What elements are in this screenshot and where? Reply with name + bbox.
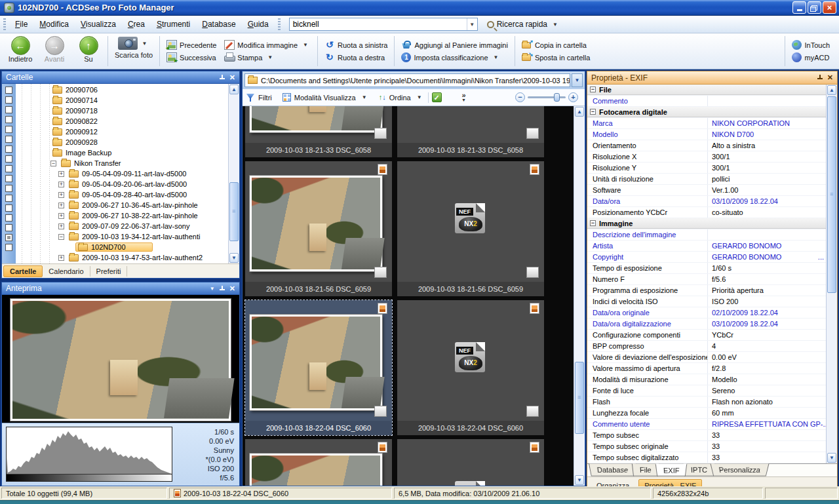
folder-check-column[interactable] — [2, 84, 16, 263]
folder-tree-item[interactable]: 20090706 — [2, 85, 229, 95]
exif-category-tab[interactable]: Personalizza — [711, 463, 770, 476]
menu-item[interactable]: Guida — [242, 18, 275, 31]
exif-row[interactable]: Risoluzione X Risoluzione X 300/1 — [587, 151, 827, 163]
folder-tree-item[interactable]: 20090714 — [2, 95, 229, 106]
thumbnail-tile[interactable]: NEF NX2 — [397, 439, 544, 486]
filters-button[interactable]: Filtri — [258, 94, 272, 102]
intouch-button[interactable]: InTouch — [792, 40, 830, 50]
exif-row[interactable]: Tempo subsec digitalizzato Tempo subsec … — [587, 452, 827, 463]
folder-checkbox[interactable] — [5, 126, 12, 133]
thumbnail-tile[interactable]: NEF NX2 2009-10-03 18-22-04 DSC_6060 — [245, 300, 392, 435]
folder-tree-item[interactable]: 20090718 — [2, 106, 229, 116]
exif-row[interactable]: Software Software Ver.1.00 — [587, 185, 827, 196]
preview-photo[interactable] — [10, 299, 231, 421]
exif-row[interactable]: Tempo di esposizione Tempo di esposizion… — [587, 263, 827, 274]
menu-item[interactable]: Visualizza — [75, 18, 122, 31]
pin-icon[interactable] — [219, 286, 225, 292]
sort-button[interactable]: Ordina — [389, 94, 411, 102]
pin-icon[interactable] — [817, 75, 823, 81]
search-dropdown-icon[interactable]: ▼ — [467, 18, 477, 30]
collapse-icon[interactable] — [590, 109, 596, 115]
scroll-thumb[interactable] — [575, 362, 584, 434]
scroll-down-icon[interactable]: ▼ — [575, 475, 584, 485]
acquire-photos-button[interactable]: ▼ Scarica foto — [111, 33, 157, 69]
scroll-up-icon[interactable]: ▲ — [229, 85, 239, 94]
menu-item[interactable]: Modifica — [33, 18, 75, 31]
myacd-button[interactable]: myACD — [792, 52, 830, 62]
up-button[interactable]: ↑ Su — [73, 36, 104, 63]
exif-row[interactable]: Modalità di misurazione Modalità di misu… — [587, 374, 827, 385]
folder-tree-item[interactable]: 2009-06-27 10-38-22-art-lav-pinhole — [2, 210, 229, 221]
thumbnail-checkbox[interactable] — [526, 406, 539, 417]
collapse-icon[interactable] — [590, 87, 596, 92]
set-rating-button[interactable]: 1 Imposta classificazione▼ — [401, 52, 507, 62]
zoom-in-icon[interactable]: + — [568, 92, 578, 102]
folder-tree-item[interactable]: 09-05-04-09-09-11-art-lav-d5000 — [2, 168, 229, 179]
thumbnail-checkbox[interactable] — [526, 267, 539, 278]
exif-row[interactable]: Tempo subsec Tempo subsec 33 — [587, 430, 827, 441]
back-button[interactable]: ← Indietro — [5, 36, 35, 63]
sort-dropdown-icon[interactable]: ▼ — [414, 94, 425, 100]
select-checkbox-icon[interactable]: ✓ — [432, 92, 442, 102]
quick-search-dropdown-icon[interactable]: ▼ — [550, 22, 560, 28]
folder-tree-scrollbar[interactable]: ▲ ▼ — [228, 84, 239, 263]
thumbnail-checkbox[interactable] — [374, 267, 387, 278]
view-mode-button[interactable]: Modalità Visualizza — [294, 94, 356, 102]
thumbnail-tile[interactable]: NEF NX2 — [245, 439, 392, 486]
exif-row[interactable]: Posizionamento YCbCr Posizionamento YCbC… — [587, 207, 827, 218]
tree-expander-icon[interactable] — [58, 213, 64, 219]
view-mode-dropdown-icon[interactable]: ▼ — [359, 94, 370, 100]
rotate-right-button[interactable]: ↻ Ruota a destra — [324, 52, 387, 62]
exif-row[interactable]: Orientamento Orientamento Alto a sinistr… — [587, 140, 827, 151]
exif-category-tab[interactable]: Database — [589, 463, 636, 476]
folder-checkbox[interactable] — [5, 155, 12, 163]
exif-row[interactable]: Flash Flash Flash non azionato — [587, 397, 827, 408]
menu-item[interactable]: File — [9, 18, 33, 31]
folder-tree-item[interactable]: 20090928 — [2, 137, 229, 147]
folder-checkbox[interactable] — [5, 185, 12, 192]
exif-row[interactable]: BPP compresso BPP compresso 4 — [587, 341, 827, 352]
pin-icon[interactable] — [219, 75, 225, 81]
restore-button[interactable] — [808, 1, 821, 14]
preview-menu-icon[interactable]: ▼ — [210, 286, 215, 292]
exif-row[interactable]: Numero F Numero F f/5.6 — [587, 274, 827, 285]
address-dropdown-icon[interactable]: ▼ — [572, 73, 583, 87]
close-panel-icon[interactable]: ✕ — [229, 285, 235, 292]
exif-row[interactable]: Valore di deviazione dell'esposizione Va… — [587, 352, 827, 363]
edit-image-button[interactable]: Modifica immagine▼ — [224, 40, 311, 50]
folder-tree-item[interactable]: 20090822 — [2, 116, 229, 126]
thumbnail-checkbox[interactable] — [374, 406, 387, 417]
zoom-out-icon[interactable]: − — [515, 92, 525, 102]
folder-tree-item[interactable]: 09-05-04-09-20-06-art-lav-d5000 — [2, 179, 229, 189]
exif-row[interactable]: Modello Modello NIKON D700 — [587, 129, 827, 140]
exif-row[interactable]: Artista Artista GERARD0 BONOMO — [587, 241, 827, 252]
folder-checkbox[interactable] — [5, 195, 12, 202]
folder-checkbox[interactable] — [5, 204, 12, 212]
search-input[interactable]: bicknell — [290, 20, 467, 29]
folder-checkbox[interactable] — [5, 116, 12, 123]
thumbnail-tile[interactable]: NEF NX2 2009-10-03 18-21-33 DSC_6058 — [397, 106, 544, 157]
next-button[interactable]: ► Successiva — [166, 52, 216, 62]
folder-checkbox[interactable] — [5, 214, 12, 222]
tree-expander-icon[interactable] — [58, 234, 64, 240]
tree-expander-icon[interactable] — [58, 223, 64, 229]
acquire-dropdown-icon[interactable]: ▼ — [140, 41, 150, 47]
folder-checkbox[interactable] — [5, 106, 12, 113]
folder-tree-item[interactable]: 102ND700 — [2, 242, 229, 252]
exif-row[interactable]: Tempo subsec originale Tempo subsec orig… — [587, 441, 827, 452]
exif-row[interactable]: Valore massimo di apertura Valore massim… — [587, 363, 827, 374]
exif-row[interactable]: Indici di velocità ISO Indici di velocit… — [587, 296, 827, 307]
exif-row[interactable]: Commento utente Commento utente RIPRESA … — [587, 419, 827, 430]
folder-tree-item[interactable]: Image Backup — [2, 147, 229, 158]
folders-tab[interactable]: Preferiti — [90, 266, 128, 277]
search-combo[interactable]: bicknell ▼ — [289, 18, 478, 31]
exif-category-tab[interactable]: EXIF — [655, 463, 687, 476]
zoom-slider-thumb[interactable] — [554, 93, 560, 102]
menu-item[interactable]: Strumenti — [151, 18, 196, 31]
exif-row[interactable]: Descrizione dell'immagine Descrizione de… — [587, 229, 827, 241]
copy-to-folder-button[interactable]: ➚ Copia in cartella — [522, 40, 590, 50]
exif-row[interactable]: Risoluzione Y Risoluzione Y 300/1 — [587, 163, 827, 174]
exif-section-header[interactable]: Immagine — [587, 218, 827, 229]
folder-checkbox[interactable] — [5, 96, 12, 104]
exif-row[interactable]: Copyright Copyright GERARD0 BONOMO — [587, 252, 827, 263]
